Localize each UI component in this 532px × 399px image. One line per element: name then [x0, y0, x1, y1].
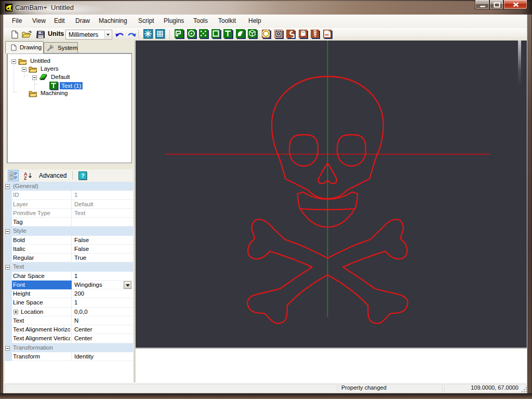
svg-text:+: +	[10, 172, 12, 176]
svg-text:+: +	[10, 176, 12, 180]
svg-text:Z: Z	[24, 176, 27, 180]
svg-text:NC: NC	[325, 33, 330, 36]
